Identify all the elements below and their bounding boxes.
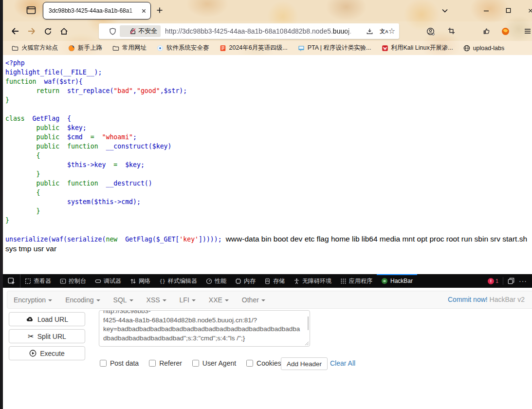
menu-label: LFI [180,296,189,304]
bookmark-item[interactable]: 火狐官方站点 [9,43,61,53]
menu-label: XXE [209,296,222,304]
menu-label: SQL [113,296,127,304]
bookmark-item[interactable]: 新手上路 [65,43,105,53]
play-icon [29,350,37,357]
url-bar[interactable]: 不安全 http://3dc98bb3-f425-44aa-8a1b-68a10… [99,23,399,39]
account-icon[interactable] [426,27,435,36]
screenshot-crop-icon[interactable] [448,27,455,35]
folder-icon [12,45,18,52]
minimize-button[interactable] [483,7,490,14]
devtools-tab-无障碍环境[interactable]: 无障碍环境 [289,274,336,288]
bookmark-item[interactable]: upload-labs [460,44,508,53]
folder-icon [112,45,119,52]
tab-list-chevron-icon[interactable] [441,7,449,15]
reload-icon[interactable] [44,27,52,36]
error-count-badge[interactable]: !1 [488,278,498,284]
hackbar-icon [381,278,388,284]
hamburger-menu-icon[interactable] [524,27,532,35]
hackbar-menu-encryption[interactable]: Encryption [14,296,52,304]
bookmark-label: upload-labs [473,45,505,52]
devtools-tab-控制台[interactable]: 控制台 [55,274,91,288]
home-icon[interactable] [60,27,68,36]
checkbox-box[interactable] [246,360,253,367]
url-text: http://3dc98bb3-f425-44aa-8a1b-68a1084d8… [165,27,360,35]
browser-chrome: 3dc98bb3-f425-44aa-8a1b-68a1 不安全 http://… [3,0,532,55]
hackbar-menu-sql[interactable]: SQL [113,296,133,304]
textarea-scrollbar[interactable] [308,316,309,330]
checkbox-box[interactable] [100,360,107,367]
code-line: public $cmd = "whoami"; [5,132,531,142]
back-icon[interactable] [11,27,19,36]
devtools-tab-HackBar[interactable]: HackBar [377,274,417,288]
commit-now-link[interactable]: Commit now! [448,296,488,303]
tab-close-icon[interactable] [141,8,147,14]
menu-label: XSS [147,296,160,304]
execute-button[interactable]: Execute [9,346,85,360]
bookmark-star-icon[interactable]: ☆ [388,27,395,35]
devtools-tab-label: 存储 [273,277,285,285]
tab-bar: 3dc98bb3-f425-44aa-8a1b-68a1 [3,0,532,21]
code-line: <?php [5,58,531,68]
code-line: } [5,95,531,105]
clear-all-link[interactable]: Clear All [330,359,355,367]
devtools-tabs: 查看器控制台调试器网络{}样式编辑器性能内存存储无障碍环境应用程序HackBar [20,274,417,288]
devtools-tab-label: 样式编辑器 [168,277,197,285]
translate-icon[interactable]: 文A [380,29,388,34]
broken-lock-icon [129,28,136,35]
referer-checkbox[interactable]: Referer [149,359,182,367]
hackbar-menu-xxe[interactable]: XXE [209,296,229,304]
shield-icon[interactable] [109,28,116,35]
firefox-view-icon[interactable] [26,6,36,15]
hackbar-menu-lfi[interactable]: LFI [180,296,196,304]
devtools-tab-存储[interactable]: 存储 [260,274,289,288]
security-chip[interactable]: 不安全 [120,25,161,37]
cookies-checkbox[interactable]: Cookies [246,359,281,367]
maximize-button[interactable] [505,7,512,14]
textarea-line: http://3dc98bb3- [103,310,306,316]
addon-ball-icon[interactable] [501,27,510,36]
post-data-checkbox[interactable]: Post data [100,359,139,367]
bookmark-item[interactable]: PTA | 程序设计类实验... [295,43,374,53]
devtools-tab-调试器[interactable]: 调试器 [91,274,126,288]
tab-title: 3dc98bb3-f425-44aa-8a1b-68a1 [49,7,141,14]
bookmark-item[interactable]: 常用网址 [110,43,149,53]
security-label: 不安全 [138,27,157,36]
bookmark-item[interactable]: 利用Kali Linux开展渗... [379,43,456,53]
textarea-resize-handle[interactable] [305,341,309,346]
devtools-tab-查看器[interactable]: 查看器 [20,274,55,288]
checkbox-box[interactable] [149,360,156,367]
close-button[interactable] [528,7,532,14]
addon-thumb-icon[interactable] [483,27,490,35]
checkbox-box[interactable] [192,360,199,367]
add-header-button[interactable]: Add Header [281,357,328,370]
devtools-tab-网络[interactable]: 网络 [126,274,155,288]
load-url-button[interactable]: Load URL [9,312,85,326]
forward-icon[interactable] [27,27,36,36]
checkbox-label: Post data [110,359,139,367]
url-textarea[interactable]: http://3dc98bb3-f425-44aa-8a1b-68a1084d8… [99,310,310,347]
pick-element-icon[interactable] [3,274,20,288]
devtools-tab-内存[interactable]: 内存 [231,274,260,288]
bookmark-label: 新手上路 [78,44,102,52]
textarea-line: key=badbadbadbadbadbadbadbadbadbadbadbad… [103,325,306,334]
devtools-tab-性能[interactable]: 性能 [202,274,231,288]
hackbar-menu-encoding[interactable]: Encoding [65,296,100,304]
new-tab-button[interactable] [156,6,164,14]
code-line: public $key; [5,123,531,132]
hackbar-menu-xss[interactable]: XSS [147,296,166,304]
save-page-icon[interactable] [366,28,373,35]
devtools-tab-应用程序[interactable]: 应用程序 [336,274,377,288]
user-agent-checkbox[interactable]: User Agent [192,359,236,367]
devtools-menu-icon[interactable]: ··· [519,277,527,285]
checkbox-label: Referer [159,359,182,367]
devtools-tab-label: 性能 [215,277,226,285]
browser-tab[interactable]: 3dc98bb3-f425-44aa-8a1b-68a1 [43,2,151,19]
devtools-tab-样式编辑器[interactable]: {}样式编辑器 [155,274,202,288]
devtools-tab-label: 应用程序 [349,277,372,285]
split-url-button[interactable]: ✂Split URL [9,329,85,343]
bookmark-item[interactable]: 2024年6月英语四级... [217,43,291,53]
hackbar-menu-other[interactable]: Other [242,296,265,304]
bookmark-item[interactable]: 软件系统安全赛 [154,43,212,53]
dock-side-icon[interactable] [508,278,514,284]
devtools-tab-label: 调试器 [104,277,121,285]
